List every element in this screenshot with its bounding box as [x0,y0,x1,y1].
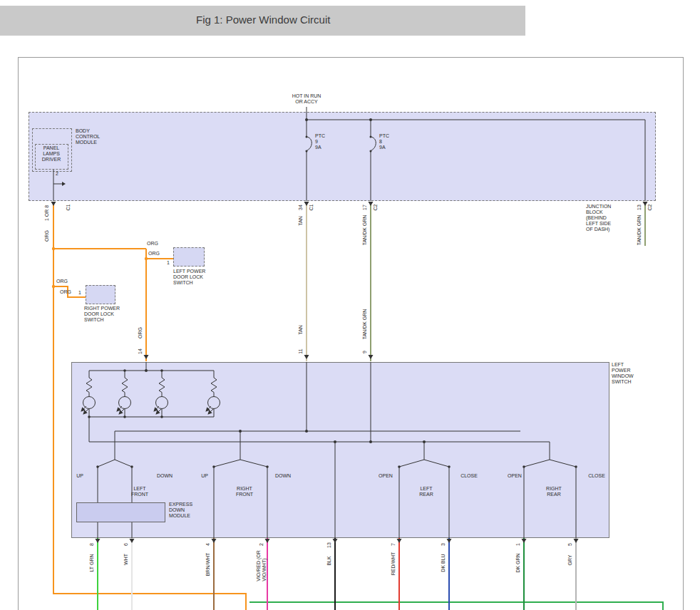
wire-label-org: ORG [148,251,160,257]
left-door-lock-label: LEFT POWER DOOR LOCK SWITCH [173,269,205,286]
panel-lamps-driver-label: PANEL LAMPS DRIVER [42,145,61,162]
action-label-down-lf: DOWN [157,473,173,479]
ptc9-label: PTC 9 9A [315,133,325,150]
hot-feed-label: OR ACCY [295,99,318,105]
output-color-brn-wht: BRN/WHT [205,553,211,577]
label-line: MODULE [169,513,192,519]
wire-label-org: ORG [147,241,158,247]
label-line: 8 [379,139,389,145]
junction-block-label: JUNCTION BLOCK (BEHIND LEFT SIDE OF DASH… [586,204,611,232]
output-color-blk: BLK [326,556,332,565]
output-pin-6: 6 [123,543,129,546]
pin-label-right-door: 1 [78,290,81,296]
label-line: MODULE [76,140,100,145]
pin-label-17: 17 [362,205,368,210]
output-pin-8: 8 [89,543,95,546]
action-label-up-rf: UP [201,473,208,479]
ptc8-label: PTC 8 9A [379,133,389,150]
ptc9-symbol [307,137,312,150]
label-line: DOOR LOCK [173,274,205,280]
action-label-close-rr: CLOSE [588,473,605,479]
label-line: POWER [612,368,634,373]
wire-label-org-sw: ORG [138,327,143,338]
label-line: PTC [315,133,325,139]
output-color-lt-grn: LT GRN [89,554,95,572]
connector-label-c1: C1 [66,205,71,211]
bottom-green-wire [249,602,663,610]
label-line: (BEHIND [586,215,611,221]
label-line: SWITCH [84,317,120,323]
circuit-label-1or8: 1 OR 8 [44,205,50,221]
group-name-left-front: LEFT FRONT [131,486,148,497]
output-color-dk-grn: DK GRN [515,553,521,572]
output-pin-7: 7 [391,543,396,546]
label-line: SWITCH [612,379,634,385]
right-door-lock-label: RIGHT POWER DOOR LOCK SWITCH [84,306,120,323]
label-line: 9A [315,145,325,150]
action-label-open-lr: OPEN [379,473,393,479]
pin-label-left-door: 1 [167,260,170,266]
distribution-wires [53,107,645,201]
connector-label-c2: C2 [647,205,653,211]
group-name-left-rear: LEFT REAR [419,486,433,497]
label-line: LEFT SIDE [586,221,611,227]
label-line: BODY [76,128,100,134]
org-wire [53,202,246,610]
output-color-dk-blu: DK BLU [441,554,446,572]
lamp-icon [208,397,220,409]
wire-label-tdg-lower: TAN/DK GRN [362,309,368,340]
label-line: 9 [315,139,325,145]
bcm-pin-label: 2 [56,171,58,177]
switch-internal-dots [88,369,577,468]
label-line: VIO/WHT) [261,550,267,581]
output-color-gry: GRY [567,554,573,565]
output-pin-3: 3 [441,543,446,546]
express-down-module-label: EXPRESS DOWN MODULE [169,502,192,519]
label-line: VIO/RED (OR [256,550,262,581]
label-line: FRONT [236,492,253,497]
group-name-right-rear: RIGHT REAR [546,486,562,497]
label-line: WINDOW [612,373,634,379]
action-label-down-rf: DOWN [275,473,291,479]
pin-label-13: 13 [637,205,642,210]
label-line: BLOCK [586,210,611,215]
output-pin-2: 2 [259,543,264,546]
action-label-close-lr: CLOSE [460,473,478,479]
label-line: JUNCTION [586,204,611,210]
group-name-right-front: RIGHT FRONT [236,486,253,497]
lamp-icon [119,397,131,409]
wire-label-org: ORG [44,230,50,242]
hot-feed-label: HOT IN RUN [292,93,321,99]
pin-label-14: 14 [138,348,143,354]
label-line: PTC [379,133,389,139]
connector-label-c1: C1 [309,205,314,211]
label-line: EXPRESS [169,502,192,507]
ptc8-symbol [371,137,376,150]
output-pin-4: 4 [205,543,211,546]
output-color-wht: WHT [123,554,129,565]
label-line: OF DASH) [586,227,611,232]
label-line: DRIVER [42,157,61,162]
illumination-lamps [81,371,220,417]
bcm-output-arrow-icon [62,182,66,186]
label-line: RIGHT [546,486,562,492]
label-line: PANEL [42,145,61,151]
wire-label-org: ORG [60,289,71,295]
output-color-red-wht: RED/WHT [391,552,396,576]
pin-label-9: 9 [362,351,368,353]
distribution-dots [62,118,372,186]
bcm-label: BODY CONTROL MODULE [76,128,100,145]
label-line: 9A [379,145,389,150]
output-color-vio-red: VIO/RED (OR VIO/WHT) [256,550,267,581]
action-label-open-rr: OPEN [508,473,522,479]
page: { "header": { "title": "Fig 1: Power Win… [0,0,700,610]
output-pin-1: 1 [515,543,521,546]
action-label-up-lf: UP [76,473,83,479]
wire-label-tdg-upper: TAN/DK GRN [362,215,368,246]
label-line: DOWN [169,507,192,513]
connector-label-c2: C2 [373,205,379,211]
label-line: LEFT [419,486,433,492]
wire-label-tan-lower: TAN [298,325,304,334]
label-line: LEFT [131,486,148,492]
label-line: LEFT POWER [173,269,205,274]
